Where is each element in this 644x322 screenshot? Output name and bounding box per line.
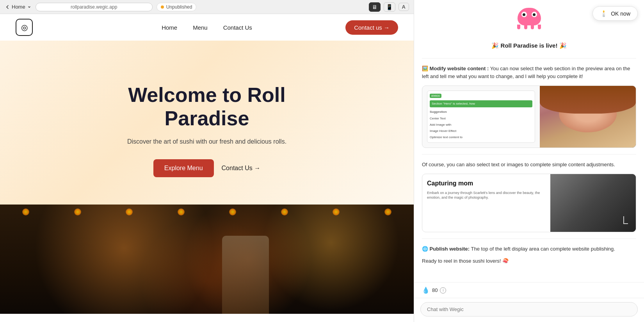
website-preview-panel: Home rollparadise.wegic.app Unpublished … — [0, 0, 414, 322]
back-label: Home — [12, 4, 25, 10]
capture-text: Embark on a journey through Scarlett's l… — [427, 190, 546, 200]
preview-card-1-left: 89600 Section "Hero" is selected, how Su… — [422, 86, 540, 148]
portrait-image-sim — [540, 86, 636, 148]
inner-counter-label: 89600 — [430, 93, 532, 99]
preview-card-1-right — [540, 86, 636, 148]
mascot-pupil-right — [533, 13, 535, 16]
mascot-body — [518, 8, 541, 25]
mascot-leg-1 — [517, 25, 520, 29]
tab-label: Unpublished — [166, 4, 192, 10]
light-orb-5 — [229, 208, 236, 215]
browser-icon-group: 🖥 📱 A — [369, 2, 409, 12]
chat-input[interactable] — [420, 302, 638, 317]
nav-cta-label: Contact us → — [354, 24, 390, 31]
restaurant-image-section — [0, 205, 414, 314]
chat-messages-area: 🎉 Roll Paradise is live! 🎉 🖼️ Modify web… — [414, 35, 644, 282]
nav-contact[interactable]: Contact Us — [223, 24, 252, 31]
preview-card-1: 89600 Section "Hero" is selected, how Su… — [422, 85, 636, 148]
live-title: 🎉 Roll Paradise is live! 🎉 — [422, 41, 636, 50]
desktop-view-button[interactable]: 🖥 — [369, 2, 381, 12]
hero-section: Welcome to Roll Paradise Discover the ar… — [0, 41, 414, 205]
url-text: rollparadise.wegic.app — [71, 4, 117, 10]
hero-subtitle: Discover the art of sushi with our fresh… — [127, 138, 286, 145]
light-orb-8 — [384, 208, 391, 215]
credit-count: 80 — [432, 287, 438, 293]
site-navigation: ◎ Home Menu Contact Us Contact us → — [0, 14, 414, 41]
site-logo: ◎ — [16, 19, 33, 36]
suggestion-label: Suggestion — [430, 110, 532, 114]
light-orb-4 — [178, 208, 185, 215]
hair-sim — [540, 86, 636, 114]
suggestion-4: Optimize text content to — [430, 135, 532, 140]
logo-symbol: ◎ — [21, 23, 28, 32]
font-button[interactable]: A — [398, 3, 409, 11]
simple-adjustments-message: Of course, you can also select text or i… — [422, 161, 636, 169]
url-bar[interactable]: rollparadise.wegic.app — [36, 3, 153, 11]
browser-chrome: Home rollparadise.wegic.app Unpublished … — [0, 0, 414, 14]
suggestion-1: Center Text — [430, 116, 532, 121]
website-content-area: ◎ Home Menu Contact Us Contact us → Welc… — [0, 14, 414, 322]
ready-message: Ready to reel in those sushi lovers! 🍣 — [422, 257, 636, 265]
explore-menu-button[interactable]: Explore Menu — [153, 159, 214, 177]
nav-home[interactable]: Home — [162, 24, 177, 31]
light-orb-7 — [333, 208, 340, 215]
publish-body: The top of the left display area can com… — [471, 246, 615, 252]
preview-card-2-left: Capturing mom Embark on a journey throug… — [422, 174, 550, 232]
preview-card-2: Capturing mom Embark on a journey throug… — [422, 174, 636, 232]
publish-section: 🌐 Publish website: The top of the left d… — [422, 245, 636, 269]
hero-buttons: Explore Menu Contact Us → — [153, 159, 260, 177]
modify-content-section: 🖼️ Modify website content : You can now … — [422, 65, 636, 155]
mascot-eye-right — [532, 12, 537, 17]
mascot-eye-left — [521, 12, 527, 17]
mascot-eyes — [518, 8, 541, 17]
mascot-pupil-left — [523, 13, 525, 16]
live-message: 🎉 Roll Paradise is live! 🎉 — [422, 41, 636, 59]
unpublished-tab[interactable]: Unpublished — [157, 3, 197, 11]
toast-notification[interactable]: 🕯️ OK now — [592, 6, 638, 21]
hero-title: Welcome to Roll Paradise — [109, 84, 304, 130]
nav-links: Home Menu Contact Us — [162, 24, 252, 31]
credit-bar: 💧 80 i — [414, 282, 644, 298]
credit-icon: 💧 — [422, 286, 430, 294]
nav-menu[interactable]: Menu — [193, 24, 208, 31]
inner-section-label: Section "Hero" is selected, how — [430, 100, 532, 107]
modify-heading: 🖼️ Modify website content : — [422, 66, 489, 71]
back-button[interactable]: Home — [5, 4, 32, 10]
mobile-view-button[interactable]: 📱 — [384, 2, 395, 12]
tab-status-dot — [161, 5, 164, 9]
publish-message: 🌐 Publish website: The top of the left d… — [422, 245, 636, 253]
cursor-sim — [623, 216, 628, 224]
mascot-leg-4 — [538, 25, 541, 29]
restaurant-person-figure — [222, 236, 269, 314]
nav-cta-button[interactable]: Contact us → — [345, 20, 398, 35]
suggestion-3: Image Hover Effect — [430, 128, 532, 134]
chat-input-area — [414, 298, 644, 322]
light-orb-2 — [74, 208, 81, 215]
publish-heading: 🌐 Publish website: — [422, 246, 470, 252]
inner-counter-value: 89600 — [430, 94, 441, 98]
capture-title: Capturing mom — [427, 179, 546, 188]
suggestion-list: Center Text Add Image with Image Hover E… — [430, 116, 532, 140]
mascot-image — [516, 8, 543, 31]
simple-adjustments-section: Of course, you can also select text or i… — [422, 161, 636, 239]
toast-label: OK now — [611, 11, 630, 17]
restaurant-lights — [0, 205, 414, 270]
chat-assistant-panel: 🎉 Roll Paradise is live! 🎉 🖼️ Modify web… — [414, 0, 644, 322]
inner-ui-screenshot: 89600 Section "Hero" is selected, how Su… — [427, 91, 535, 143]
light-orb-6 — [281, 208, 288, 215]
dark-image-sim — [550, 174, 636, 232]
suggestion-2: Add Image with — [430, 122, 532, 128]
light-orb-1 — [22, 208, 29, 215]
credit-info-button[interactable]: i — [440, 287, 446, 294]
contact-us-button[interactable]: Contact Us → — [222, 165, 261, 172]
modify-content-message: 🖼️ Modify website content : You can now … — [422, 65, 636, 81]
preview-card-2-right — [550, 174, 636, 232]
light-orb-3 — [126, 208, 133, 215]
toast-emoji: 🕯️ — [600, 10, 608, 17]
